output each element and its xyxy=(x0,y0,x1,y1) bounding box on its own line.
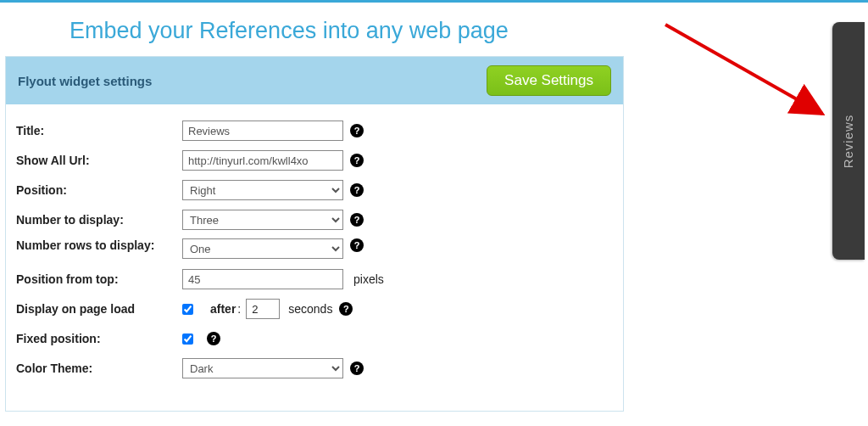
flyout-tab-label: Reviews xyxy=(842,114,856,168)
settings-panel: Flyout widget settings Save Settings Tit… xyxy=(5,56,624,412)
label-num-rows: Number rows to display: xyxy=(16,238,182,252)
form-body: Title: ? Show All Url: ? Position: Right… xyxy=(6,104,623,411)
label-fixed-position: Fixed position: xyxy=(16,332,182,345)
label-show-all-url: Show All Url: xyxy=(16,154,182,167)
after-colon: : xyxy=(237,302,241,316)
row-display-load: Display on page load after : seconds ? xyxy=(16,298,613,320)
label-num-display: Number to display: xyxy=(16,213,182,227)
label-pos-top: Position from top: xyxy=(16,272,182,286)
select-color-theme[interactable]: Dark xyxy=(182,358,343,378)
row-show-all-url: Show All Url: ? xyxy=(16,149,613,171)
help-icon[interactable]: ? xyxy=(350,362,364,375)
help-icon[interactable]: ? xyxy=(350,183,364,197)
label-display-load: Display on page load xyxy=(16,302,182,316)
panel-title: Flyout widget settings xyxy=(18,74,152,88)
help-icon[interactable]: ? xyxy=(350,124,364,137)
unit-seconds: seconds xyxy=(288,302,332,316)
label-color-theme: Color Theme: xyxy=(16,362,182,375)
help-icon[interactable]: ? xyxy=(339,302,353,316)
label-title: Title: xyxy=(16,124,182,137)
save-settings-button[interactable]: Save Settings xyxy=(487,65,611,96)
checkbox-display-load[interactable] xyxy=(182,304,193,315)
row-color-theme: Color Theme: Dark ? xyxy=(16,357,613,379)
row-position: Position: Right ? xyxy=(16,179,613,201)
input-show-all-url[interactable] xyxy=(182,150,343,171)
row-num-rows: Number rows to display: One ? xyxy=(16,238,613,261)
unit-pixels: pixels xyxy=(353,272,384,286)
row-pos-top: Position from top: pixels xyxy=(16,268,613,290)
row-title: Title: ? xyxy=(16,120,613,142)
select-position[interactable]: Right xyxy=(182,180,343,200)
checkbox-fixed-position[interactable] xyxy=(182,334,193,345)
help-icon[interactable]: ? xyxy=(207,332,220,345)
help-icon[interactable]: ? xyxy=(350,154,364,167)
panel-header: Flyout widget settings Save Settings xyxy=(6,57,623,104)
display-load-controls: after : seconds ? xyxy=(182,299,353,319)
help-icon[interactable]: ? xyxy=(350,238,364,252)
row-num-display: Number to display: Three ? xyxy=(16,209,613,231)
input-title[interactable] xyxy=(182,121,343,141)
flyout-tab[interactable]: Reviews xyxy=(832,22,865,260)
input-after-seconds[interactable] xyxy=(246,299,280,319)
page-title: Embed your References into any web page xyxy=(70,18,868,44)
select-num-display[interactable]: Three xyxy=(182,210,343,230)
select-num-rows[interactable]: One xyxy=(182,238,343,259)
label-position: Position: xyxy=(16,183,182,197)
help-icon[interactable]: ? xyxy=(350,213,364,227)
fixed-position-controls: ? xyxy=(182,332,220,345)
top-accent-bar xyxy=(0,0,868,3)
after-label: after xyxy=(210,302,236,316)
row-fixed-position: Fixed position: ? xyxy=(16,328,613,350)
input-pos-top[interactable] xyxy=(182,269,343,289)
